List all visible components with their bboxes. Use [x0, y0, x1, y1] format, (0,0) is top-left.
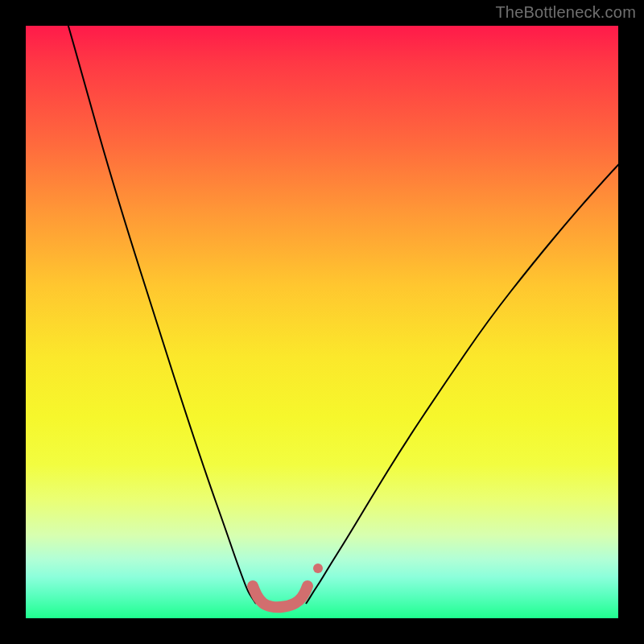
- chart-svg: [26, 26, 618, 618]
- bottom-marker-segment: [253, 586, 308, 607]
- chart-frame: [26, 26, 618, 618]
- left-descending-curve: [66, 26, 256, 604]
- right-ascending-curve: [306, 157, 618, 604]
- marker-dot-right: [313, 564, 323, 573]
- watermark-text: TheBottleneck.com: [495, 3, 636, 22]
